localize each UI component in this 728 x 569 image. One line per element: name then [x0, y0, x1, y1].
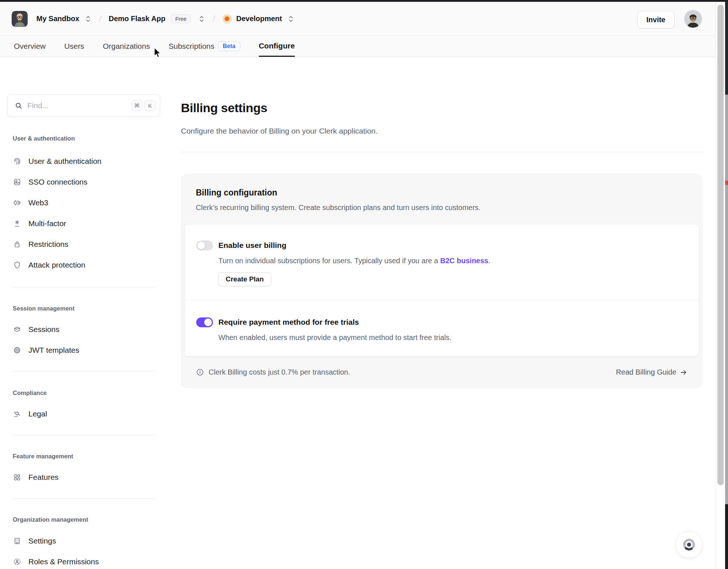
kbd-k: K	[145, 100, 155, 111]
sidebar-item-roles-permissions[interactable]: Roles & Permissions	[7, 551, 160, 569]
background-window-edge	[725, 0, 728, 569]
web3-diamond-icon	[13, 198, 21, 207]
search-input[interactable]	[27, 101, 131, 110]
sidebar-section-title: Feature management	[13, 453, 160, 461]
enable-user-billing-row: Enable user billing Turn on individual s…	[185, 224, 699, 286]
os-top-bar	[0, 0, 728, 2]
sidebar-item-label: Sessions	[28, 325, 59, 334]
create-plan-button[interactable]: Create Plan	[218, 272, 271, 286]
primary-nav-tabs: Overview Users Organizations Subscriptio…	[0, 36, 725, 57]
sidebar-item-label: Web3	[28, 198, 48, 207]
scrollbar	[716, 2, 725, 569]
clerk-logo-button[interactable]	[676, 531, 703, 558]
sidebar-section-title: Compliance	[13, 390, 160, 398]
tab-label: Configure	[259, 42, 295, 50]
background-window-edge-bottom	[725, 504, 728, 569]
toggle-description: Turn on individual subscriptions for use…	[218, 256, 490, 266]
sidebar-item-jwt-templates[interactable]: JWT templates	[7, 340, 160, 360]
sidebar-section-title: Organization management	[13, 516, 160, 524]
workspace-switcher-chevron-updown-icon[interactable]	[84, 15, 92, 23]
sidebar-section-title: User & authentication	[13, 135, 160, 143]
require-payment-method-row: Require payment method for free trials W…	[185, 300, 699, 343]
application-switcher-chevron-updown-icon[interactable]	[198, 15, 205, 23]
sidebar-item-user-authentication[interactable]: User & authentication	[7, 151, 160, 171]
sidebar-item-attack-protection[interactable]: Attack protection	[7, 254, 160, 275]
read-billing-guide-link[interactable]: Read Billing Guide	[616, 368, 688, 376]
user-avatar[interactable]	[684, 10, 702, 28]
page-title: Billing settings	[181, 100, 703, 116]
sidebar-item-label: Features	[28, 473, 59, 482]
application-name[interactable]: Demo Flask App	[108, 15, 165, 23]
sidebar-item-label: SSO connections	[28, 178, 87, 186]
sidebar-section-title: Session management	[13, 305, 160, 313]
sidebar-item-web3[interactable]: Web3	[7, 192, 160, 213]
card-description: Clerk’s recurring billing system. Create…	[196, 203, 688, 212]
tab-label: Users	[64, 42, 84, 51]
sidebar-item-label: Roles & Permissions	[28, 557, 99, 566]
environment-status-dot	[222, 14, 232, 24]
person-dashed-circle-icon	[13, 557, 21, 566]
building-icon	[13, 537, 21, 545]
billing-options-panel: Enable user billing Turn on individual s…	[184, 224, 699, 357]
sidebar-item-sessions[interactable]: Sessions	[7, 319, 160, 340]
workspace-name[interactable]: My Sandbox	[36, 15, 79, 23]
shield-icon	[13, 261, 21, 269]
sidebar-item-label: User & authentication	[28, 157, 102, 166]
divider	[13, 288, 155, 288]
beta-badge: Beta	[218, 42, 240, 51]
scrollbar-thumb[interactable]	[717, 5, 724, 485]
sidebar-item-sso-connections[interactable]: SSO connections	[7, 171, 160, 192]
environment-name[interactable]: Development	[236, 15, 282, 23]
sidebar-item-label: Legal	[28, 410, 47, 418]
multi-factor-asterisk-icon	[13, 219, 21, 228]
info-icon	[196, 368, 204, 376]
billing-cost-note: Clerk Billing costs just 0.7% per transa…	[209, 368, 350, 376]
invite-button[interactable]: Invite	[637, 11, 674, 28]
tab-subscriptions[interactable]: Subscriptions Beta	[169, 36, 240, 57]
clerk-dashboard-window: My Sandbox / Demo Flask App Free / Devel…	[0, 2, 725, 569]
divider	[181, 152, 703, 152]
tab-label: Overview	[14, 42, 46, 51]
settings-sidebar: ⌘ K User & authentication User & authent…	[7, 57, 160, 569]
tab-organizations[interactable]: Organizations	[103, 36, 150, 57]
link-label: Read Billing Guide	[616, 368, 676, 376]
description-text: Turn on individual subscriptions for use…	[218, 257, 440, 265]
sidebar-item-multi-factor[interactable]: Multi-factor	[7, 213, 160, 234]
tab-label: Subscriptions	[169, 42, 214, 51]
features-grid-icon	[13, 473, 21, 482]
description-text: .	[488, 257, 490, 265]
divider	[13, 371, 155, 372]
tab-label: Organizations	[103, 42, 150, 51]
divider	[13, 435, 155, 435]
sidebar-item-restrictions[interactable]: Restrictions	[7, 234, 160, 254]
environment-switcher-chevron-updown-icon[interactable]	[287, 15, 294, 23]
toggle-label: Require payment method for free trials	[218, 317, 451, 327]
top-header: My Sandbox / Demo Flask App Free / Devel…	[0, 2, 725, 36]
plan-badge: Free	[171, 14, 191, 23]
require-payment-method-toggle[interactable]	[196, 317, 213, 327]
b2c-business-link[interactable]: B2C business	[440, 257, 488, 265]
breadcrumb-separator: /	[98, 14, 102, 24]
sidebar-item-features[interactable]: Features	[7, 467, 160, 487]
enable-user-billing-toggle[interactable]	[196, 241, 213, 250]
sidebar-item-label: Settings	[28, 537, 56, 545]
tab-configure[interactable]: Configure	[259, 36, 295, 57]
tab-overview[interactable]: Overview	[14, 36, 46, 57]
toggle-description: When enabled, users must provide a payme…	[218, 333, 451, 343]
sidebar-item-label: Multi-factor	[28, 219, 66, 228]
sidebar-item-label: Restrictions	[28, 240, 68, 249]
sso-connections-icon	[13, 178, 21, 186]
arrow-right-icon	[680, 368, 688, 376]
breadcrumb: My Sandbox / Demo Flask App Free / Devel…	[12, 2, 294, 36]
sidebar-search[interactable]: ⌘ K	[7, 94, 160, 117]
sidebar-item-label: Attack protection	[28, 261, 85, 269]
billing-settings-page: Billing settings Configure the behavior …	[181, 57, 703, 388]
sidebar-item-label: JWT templates	[28, 346, 79, 355]
card-title: Billing configuration	[196, 187, 688, 198]
workspace-avatar[interactable]	[12, 11, 28, 27]
sidebar-item-org-settings[interactable]: Settings	[7, 530, 160, 551]
card-footer: Clerk Billing costs just 0.7% per transa…	[181, 357, 702, 388]
tab-users[interactable]: Users	[64, 36, 84, 57]
sidebar-item-legal[interactable]: Legal	[7, 403, 160, 424]
gavel-icon	[13, 410, 21, 418]
